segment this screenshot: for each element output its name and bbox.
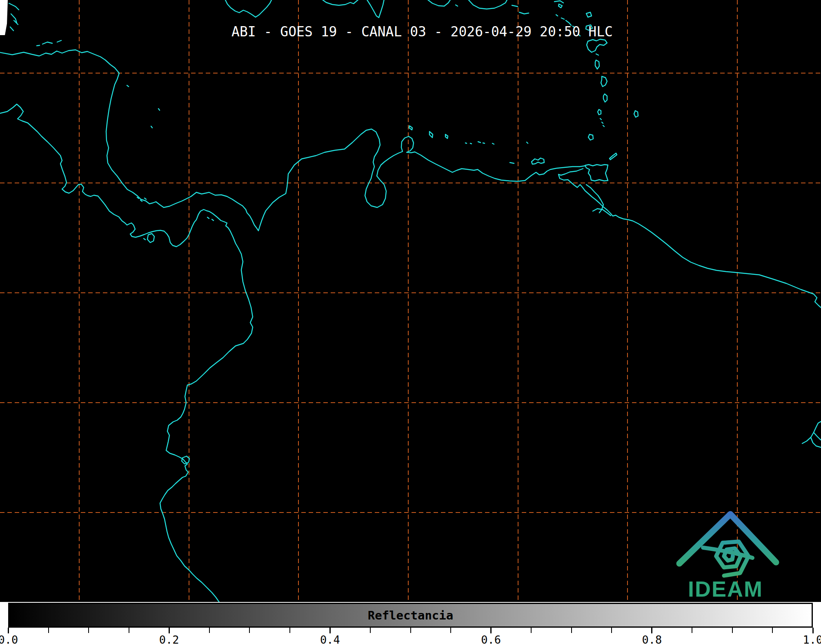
colorbar-minor-tick [611,628,612,633]
coast-pacific [0,104,253,602]
colorbar-minor-tick [692,628,692,633]
ideam-mountain-icon [679,514,776,564]
colorbar-minor-tick [450,628,451,633]
colorbar-minor-tick [209,628,210,633]
colorbar-footer: Reflectancia 0.00.20.40.60.81.0 [0,602,821,644]
satellite-map: IDEAM ABI - GOES 19 - CANAL 03 - 2026-04… [0,0,821,602]
colorbar-tick-label: 0.4 [320,633,340,644]
latlon-gridlines [0,0,821,602]
colorbar-major-tick [169,628,170,633]
coast-amazon-estuary [802,421,821,448]
colorbar-minor-tick [410,628,411,633]
colorbar-tick-label: 0.8 [642,633,662,644]
colorbar-minor-tick [249,628,250,633]
scene-edge-artifact [0,0,8,35]
map-canvas: IDEAM [0,0,821,602]
reflectance-colorbar: Reflectancia [8,603,813,628]
colorbar-tick-label: 0.2 [159,633,179,644]
colorbar-label: Reflectancia [9,608,812,622]
product-title: ABI - GOES 19 - CANAL 03 - 2026-04-29 20… [231,24,613,40]
coast-orinoco-guianas [558,169,821,308]
islands [9,0,638,464]
coast-caribbean-mainland [0,50,585,231]
colorbar-minor-tick [48,628,49,633]
colorbar-minor-tick [571,628,572,633]
colorbar-major-tick [490,628,492,633]
colorbar-major-tick [812,628,814,633]
colorbar-major-tick [8,628,9,633]
satellite-product-screen: IDEAM ABI - GOES 19 - CANAL 03 - 2026-04… [0,0,821,644]
colorbar-tick-label: 0.6 [481,633,501,644]
colorbar-minor-tick [289,628,290,633]
ideam-spiral-icon [716,541,748,575]
ideam-logo-text: IDEAM [688,577,763,601]
colorbar-minor-tick [88,628,89,633]
coastlines [0,0,821,602]
colorbar-minor-tick [129,628,129,633]
coast-orinoco-channels [586,185,611,216]
colorbar-minor-tick [531,628,532,633]
ideam-spiral-center [731,554,734,557]
ideam-logo: IDEAM [679,514,776,601]
colorbar-tick-label: 0.0 [0,633,18,644]
colorbar-major-tick [651,628,652,633]
colorbar-minor-tick [370,628,371,633]
colorbar-minor-tick [732,628,733,633]
colorbar-major-tick [329,628,331,633]
colorbar-minor-tick [772,628,773,633]
colorbar-tick-label: 1.0 [803,633,821,644]
